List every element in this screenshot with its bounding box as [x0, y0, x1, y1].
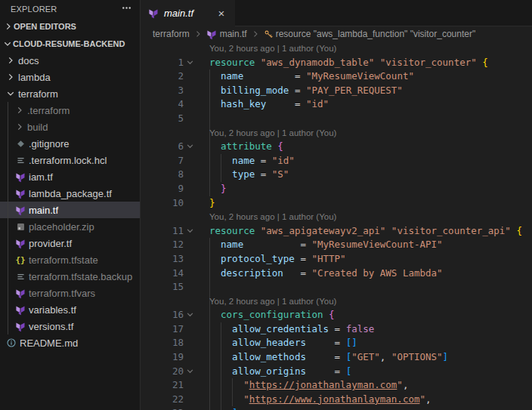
code-text: resource "aws_apigatewayv2_api" "visitor…	[209, 224, 522, 239]
tree-item-label: .gitignore	[29, 138, 69, 150]
code-line-14[interactable]: 14 description = "Created by AWS Lambda"	[141, 267, 532, 281]
code-line-18[interactable]: 18 allow_headers = []	[141, 336, 532, 350]
code-token: "HTTP"	[311, 253, 345, 264]
line-number[interactable]: 20	[141, 365, 184, 379]
fold-chevron-down-icon[interactable]	[185, 310, 196, 320]
code-line-15[interactable]: 15	[141, 280, 532, 294]
tree-file-terraform-tfvars[interactable]: terraform.tfvars	[0, 285, 140, 301]
code-editor[interactable]: You, 2 hours ago | 1 author (You)1resour…	[141, 42, 532, 410]
line-number[interactable]: 12	[141, 238, 184, 252]
code-line-1[interactable]: 1resource "aws_dynamodb_table" "visitor_…	[141, 56, 532, 70]
breadcrumb-item-2[interactable]: resource "aws_lambda_function" "visitor_…	[264, 29, 476, 39]
tab-bar: main.tf ×	[141, 0, 532, 26]
code-line-16[interactable]: 16 cors_configuration {	[141, 308, 532, 322]
section-root-folder[interactable]: CLOUD-RESUME-BACKEND	[0, 35, 140, 52]
code-link[interactable]: https://jonathanlayman.com	[249, 379, 397, 390]
breadcrumb-item-0[interactable]: terraform	[153, 29, 190, 39]
blame-annotation[interactable]: You, 2 hours ago | 1 author (You)	[209, 126, 336, 140]
breadcrumb-item-1[interactable]: main.tf	[206, 29, 247, 40]
line-number[interactable]: 21	[141, 378, 184, 393]
code-token	[209, 140, 221, 152]
code-line-7[interactable]: 7 name = "id"	[141, 154, 532, 168]
fold-chevron-down-icon[interactable]	[185, 226, 196, 236]
line-number[interactable]: 5	[141, 112, 184, 126]
tree-file-versions-tf[interactable]: versions.tf	[0, 318, 140, 334]
code-line-2[interactable]: 2 name = "MyResumeViewCount"	[141, 69, 532, 84]
line-number[interactable]: 14	[141, 267, 184, 281]
code-token: "OPTIONS"	[391, 351, 443, 362]
line-number[interactable]: 11	[141, 224, 184, 239]
code-line-23[interactable]: 23 ]	[141, 406, 532, 410]
more-actions-icon[interactable]	[121, 2, 132, 17]
tree-file--gitignore[interactable]: .gitignore	[0, 135, 140, 152]
code-line-17[interactable]: 17 allow_credentials = false	[141, 322, 532, 337]
code-line-20[interactable]: 20 allow_origins = [	[141, 365, 532, 379]
line-number[interactable]: 15	[141, 280, 184, 294]
tree-folder-build[interactable]: build	[0, 119, 140, 135]
line-number[interactable]: 10	[141, 196, 184, 211]
fold-chevron-down-icon[interactable]	[185, 366, 196, 377]
line-number[interactable]: 22	[141, 393, 184, 407]
line-number[interactable]: 6	[141, 140, 184, 154]
code-link[interactable]: https://www.jonathanlayman.com	[249, 393, 420, 405]
tree-item-label: iam.tf	[29, 171, 53, 183]
code-line-11[interactable]: 11resource "aws_apigatewayv2_api" "visit…	[141, 224, 532, 239]
terraform-icon	[14, 288, 27, 299]
code-token: "aws_dynamodb_table"	[261, 57, 375, 68]
code-line-22[interactable]: 22 "https://www.jonathanlayman.com",	[141, 393, 532, 407]
line-number[interactable]: 1	[141, 56, 184, 70]
code-line-8[interactable]: 8 type = "S"	[141, 168, 532, 182]
tree-file-variables-tf[interactable]: variables.tf	[0, 301, 140, 318]
code-line-5[interactable]: 5	[141, 112, 532, 126]
blame-annotation[interactable]: You, 2 hours ago | 1 author (You)	[209, 42, 336, 56]
code-token: "S"	[272, 168, 289, 180]
blame-annotation[interactable]: You, 2 hours ago | 1 author (You)	[209, 210, 336, 224]
code-token	[209, 70, 221, 82]
tree-file-main-tf[interactable]: main.tf	[0, 202, 140, 218]
tree-file-placeholder-zip[interactable]: placeholder.zip	[0, 218, 140, 235]
line-number[interactable]: 9	[141, 182, 184, 196]
line-number[interactable]: 4	[141, 97, 184, 112]
code-token	[209, 253, 221, 264]
section-root-label: CLOUD-RESUME-BACKEND	[13, 39, 125, 48]
tree-folder--terraform[interactable]: .terraform	[0, 102, 140, 119]
tree-file-lambda-package-tf[interactable]: lambda_package.tf	[0, 185, 140, 202]
tree-folder-lambda[interactable]: lambda	[0, 69, 140, 85]
line-number[interactable]: 13	[141, 252, 184, 267]
code-line-3[interactable]: 3 billing_mode = "PAY_PER_REQUEST"	[141, 84, 532, 98]
line-number[interactable]: 17	[141, 322, 184, 337]
code-line-21[interactable]: 21 "https://jonathanlayman.com",	[141, 378, 532, 393]
tree-file-terraform-tfstate-backup[interactable]: terraform.tfstate.backup	[0, 268, 140, 285]
line-number[interactable]: 19	[141, 350, 184, 365]
line-number[interactable]: 8	[141, 168, 184, 182]
code-token: resource	[209, 225, 255, 236]
code-line-19[interactable]: 19 allow_methods = ["GET", "OPTIONS"]	[141, 350, 532, 365]
code-line-10[interactable]: 10}	[141, 196, 532, 211]
tree-file-readme-md[interactable]: README.md	[0, 334, 140, 351]
tree-folder-docs[interactable]: docs	[0, 52, 140, 69]
code-line-4[interactable]: 4 hash_key = "id"	[141, 97, 532, 112]
tree-folder-terraform[interactable]: terraform	[0, 85, 140, 102]
code-line-9[interactable]: 9 }	[141, 182, 532, 196]
code-line-12[interactable]: 12 name = "MyResumeViewCount-API"	[141, 238, 532, 252]
line-number[interactable]: 23	[141, 406, 184, 410]
tree-file-iam-tf[interactable]: iam.tf	[0, 168, 140, 185]
code-line-6[interactable]: 6 attribute {	[141, 140, 532, 154]
code-token: "	[419, 393, 425, 405]
code-line-13[interactable]: 13 protocol_type = "HTTP"	[141, 252, 532, 267]
section-open-editors[interactable]: OPEN EDITORS	[0, 18, 140, 35]
fold-chevron-down-icon[interactable]	[185, 57, 196, 68]
line-number[interactable]: 7	[141, 154, 184, 168]
line-number[interactable]: 16	[141, 308, 184, 322]
line-number[interactable]: 18	[141, 336, 184, 350]
tree-file-terraform-tfstate[interactable]: {}terraform.tfstate	[0, 251, 140, 268]
close-icon[interactable]: ×	[214, 6, 229, 21]
tree-file--terraform-lock-hcl[interactable]: .terraform.lock.hcl	[0, 152, 140, 168]
code-token: "	[243, 393, 249, 405]
tree-file-provider-tf[interactable]: provider.tf	[0, 235, 140, 251]
tab-main-tf[interactable]: main.tf ×	[141, 0, 235, 26]
fold-chevron-down-icon[interactable]	[185, 141, 196, 152]
line-number[interactable]: 3	[141, 84, 184, 98]
blame-annotation[interactable]: You, 2 hours ago | 1 author (You)	[209, 294, 336, 309]
line-number[interactable]: 2	[141, 69, 184, 84]
